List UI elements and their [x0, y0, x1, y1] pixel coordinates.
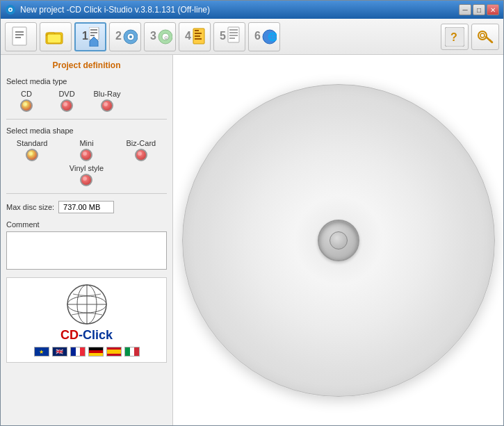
svg-text:1: 1	[82, 30, 88, 42]
tab-1-button[interactable]: 1	[74, 22, 106, 51]
svg-text:6: 6	[254, 30, 261, 42]
shape-vinyl: Vinyl style	[70, 164, 104, 186]
divider-2	[6, 193, 167, 194]
svg-rect-27	[195, 38, 202, 40]
svg-text:2: 2	[115, 30, 122, 42]
flag-uk[interactable]: 🇬🇧	[52, 347, 67, 357]
minimize-button[interactable]: ─	[459, 4, 471, 15]
tab-2-button[interactable]: 2	[109, 22, 141, 51]
svg-text:3: 3	[150, 30, 156, 42]
cd-disc	[182, 84, 495, 397]
dvd-radio[interactable]	[60, 99, 73, 112]
svg-rect-24	[195, 30, 199, 31]
media-type-label: Select media type	[6, 77, 167, 85]
svg-rect-3	[13, 27, 26, 45]
standard-radio[interactable]	[26, 149, 38, 161]
cd-radio[interactable]	[20, 99, 33, 112]
logo-cd: CD	[60, 328, 79, 342]
logo-area: CD-Click ★ 🇬🇧	[6, 277, 167, 363]
cd-hole	[330, 231, 348, 249]
shape-mini: Mini	[60, 139, 112, 161]
svg-text:5: 5	[220, 30, 226, 42]
mini-label: Mini	[79, 139, 93, 147]
vinyl-radio[interactable]	[80, 174, 92, 186]
media-shape-label: Select media shape	[6, 126, 167, 135]
svg-rect-11	[90, 29, 97, 31]
tab-6-button[interactable]: 6 🌐	[248, 22, 280, 51]
close-button[interactable]: ✕	[487, 4, 499, 15]
tab-5-button[interactable]: 5	[213, 22, 245, 51]
logo-text: CD-Click	[60, 328, 113, 343]
flag-de[interactable]	[88, 347, 104, 357]
svg-rect-6	[15, 37, 21, 38]
svg-text:?: ?	[450, 31, 457, 43]
tab-4-button[interactable]: 4	[179, 22, 211, 51]
bluray-radio[interactable]	[101, 99, 113, 112]
standard-label: Standard	[17, 139, 48, 147]
divider-1	[6, 119, 167, 120]
mini-radio[interactable]	[80, 149, 92, 161]
help-button[interactable]: ?	[441, 24, 469, 50]
svg-text:4: 4	[185, 30, 191, 42]
main-window: New project -CD Click i-Studio v.3.8.1.1…	[0, 0, 504, 426]
cd-preview-panel	[173, 55, 503, 425]
media-shape-group: Standard Mini Biz-Card	[6, 139, 167, 161]
dvd-label: DVD	[58, 90, 74, 98]
maximize-button[interactable]: □	[473, 4, 485, 15]
svg-rect-12	[90, 32, 97, 33]
flags-row: ★ 🇬🇧	[34, 347, 140, 357]
tab-3-button[interactable]: 3 ☺	[144, 22, 176, 51]
svg-point-36	[480, 33, 485, 38]
title-bar: New project -CD Click i-Studio v.3.8.1.1…	[1, 1, 503, 19]
flag-it[interactable]	[124, 347, 140, 357]
svg-rect-26	[195, 35, 200, 37]
logo-click: -Click	[79, 328, 113, 342]
svg-rect-13	[90, 35, 95, 36]
svg-rect-8	[47, 34, 61, 43]
flag-es[interactable]	[106, 347, 122, 357]
shape-bizcard: Biz-Card	[115, 139, 167, 161]
section-title: Project definition	[6, 60, 167, 70]
flag-fr[interactable]	[70, 347, 86, 357]
bluray-label: Blu-Ray	[93, 90, 120, 98]
svg-point-2	[10, 9, 12, 11]
flag-eu[interactable]: ★	[34, 347, 49, 357]
cd-label: CD	[21, 90, 32, 98]
left-panel: Project definition Select media type CD …	[1, 55, 173, 425]
svg-rect-4	[15, 31, 24, 33]
svg-rect-25	[195, 33, 202, 34]
svg-text:☺: ☺	[163, 35, 169, 41]
disc-size-input[interactable]	[58, 201, 114, 213]
svg-text:🌐: 🌐	[268, 31, 277, 42]
media-type-dvd: DVD	[47, 90, 87, 112]
shape-standard: Standard	[6, 139, 58, 161]
disc-size-row: Max disc size:	[6, 201, 167, 213]
comment-label: Comment	[6, 220, 167, 229]
main-content: Project definition Select media type CD …	[1, 55, 503, 425]
media-type-cd: CD	[6, 90, 47, 112]
comment-input[interactable]	[6, 231, 167, 270]
key-button[interactable]	[471, 24, 499, 50]
bizcard-label: Biz-Card	[126, 139, 156, 147]
media-type-group: CD DVD Blu-Ray	[6, 90, 167, 112]
new-button[interactable]	[5, 22, 37, 51]
cd-inner-ring	[318, 220, 359, 261]
app-icon	[5, 4, 16, 15]
logo-globe-icon	[66, 284, 108, 325]
window-title: New project -CD Click i-Studio v.3.8.1.1…	[20, 5, 459, 15]
disc-size-label: Max disc size:	[6, 203, 54, 211]
vinyl-row: Vinyl style	[6, 164, 167, 186]
toolbar: 1 2 3	[1, 19, 503, 55]
window-controls: ─ □ ✕	[459, 4, 499, 15]
svg-point-17	[129, 35, 132, 38]
bizcard-radio[interactable]	[135, 149, 147, 161]
media-type-bluray: Blu-Ray	[87, 90, 127, 112]
svg-point-35	[478, 31, 487, 40]
svg-rect-5	[15, 34, 24, 35]
vinyl-label: Vinyl style	[70, 164, 104, 172]
open-button[interactable]	[40, 22, 72, 51]
